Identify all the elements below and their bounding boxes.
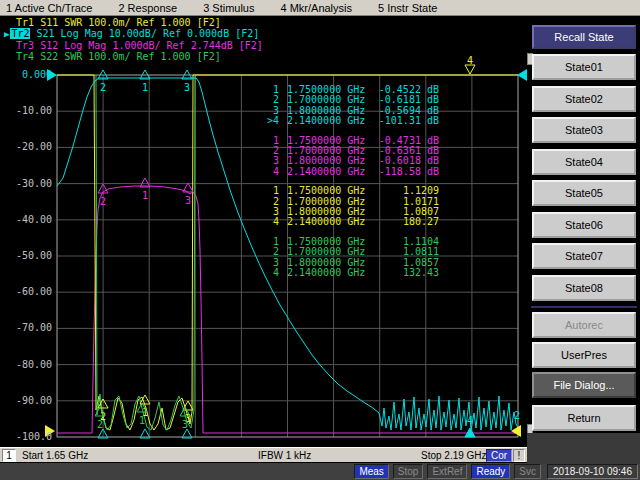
trace-id-label: Tr3 — [16, 40, 34, 51]
marker-number-label: 2 — [100, 411, 106, 422]
channel-number-badge: 1 — [2, 449, 16, 462]
marker-number-label: 1 — [142, 407, 148, 418]
state-button-7[interactable]: State07 — [532, 243, 636, 269]
extref-status-badge: ExtRef — [427, 464, 467, 479]
stop-frequency-label: Stop 2.19 GHz — [421, 450, 487, 461]
y-axis-tick-label: -80.00 — [0, 359, 52, 370]
sidebar-bottom-panel — [527, 433, 640, 464]
start-frequency-label: Start 1.65 GHz — [22, 450, 88, 461]
marker-triangle-icon — [465, 428, 475, 437]
menu-bar: 1 Active Ch/Trace2 Response3 Stimulus4 M… — [0, 0, 640, 16]
reference-level-arrow-icon — [511, 425, 521, 437]
channel-status-bar: 1 Start 1.65 GHz IFBW 1 kHz Stop 2.19 GH… — [0, 447, 527, 462]
marker-triangle-icon — [182, 70, 192, 79]
marker-triangle-icon — [180, 407, 190, 416]
softkey-separator — [531, 306, 637, 308]
trace-id-label: Tr4 — [16, 51, 34, 62]
menu-item-2[interactable]: 2 Response — [118, 2, 177, 14]
meas-status-badge: Meas — [354, 464, 388, 479]
vna-screen: 213213421321342 1 Active Ch/Trace2 Respo… — [0, 0, 640, 480]
marker-triangle-icon — [98, 70, 108, 79]
trace-id-label: Tr1 — [16, 17, 34, 28]
marker-triangle-icon — [98, 429, 108, 438]
instrument-status-bar: Meas Stop ExtRef Ready Svc 2018-09-10 09… — [0, 463, 640, 480]
state-button-3[interactable]: State03 — [532, 117, 636, 143]
trace-title-tr3[interactable]: Tr3 S12 Log Mag 1.000dB/ Ref 2.744dB [F2… — [4, 40, 263, 51]
stop-status-badge: Stop — [393, 464, 424, 479]
y-axis-tick-label: -100.0 — [0, 431, 52, 442]
menu-item-3[interactable]: 3 Stimulus — [203, 2, 254, 14]
marker-number-label: 1 — [139, 415, 145, 426]
marker-table-tr2: 11.7500000 GHz-0.4522 dB 21.7000000 GHz-… — [263, 85, 439, 127]
svc-status-badge: Svc — [514, 464, 541, 479]
y-axis-tick-label: -60.00 — [0, 286, 52, 297]
return-button[interactable]: Return — [532, 405, 636, 431]
marker-table-tr3: 11.7500000 GHz-0.4731 dB 21.7000000 GHz-… — [263, 136, 439, 178]
marker-triangle-icon — [95, 407, 105, 416]
state-button-4[interactable]: State04 — [532, 149, 636, 175]
trace-settings-label: S12 Log Mag 1.000dB/ Ref 2.744dB [F2] — [34, 40, 263, 51]
warning-badge: ! — [513, 449, 525, 462]
state-button-2[interactable]: State02 — [532, 86, 636, 112]
trace-title-tr4[interactable]: Tr4 S22 SWR 100.0m/ Ref 1.000 [F2] — [4, 51, 263, 62]
trace-title-tr2[interactable]: ▶Tr2 S21 Log Mag 10.00dB/ Ref 0.000dB [F… — [4, 28, 263, 40]
y-axis-tick-label: -90.00 — [0, 395, 52, 406]
marker-triangle-icon — [137, 403, 147, 412]
y-axis-tick-label: -30.00 — [0, 178, 52, 189]
y-axis-tick-label: -10.00 — [0, 105, 52, 116]
softkey-menu-title: Recall State — [532, 25, 636, 49]
marker-number-label: 3 — [185, 413, 191, 424]
marker-triangle-icon — [140, 178, 150, 187]
trace-title-block: Tr1 S11 SWR 100.0m/ Ref 1.000 [F2]▶Tr2 S… — [4, 17, 263, 62]
y-axis-tick-label: -20.00 — [0, 141, 52, 152]
trace-settings-label: S21 Log Mag 10.00dB/ Ref 0.000dB [F2] — [30, 28, 259, 39]
marker-table-tr4: 11.7500000 GHz1.1104 21.7000000 GHz1.081… — [263, 237, 439, 279]
marker-triangle-icon — [140, 70, 150, 79]
userpres-button[interactable]: UserPres — [532, 342, 636, 368]
marker-triangle-icon — [465, 65, 475, 74]
marker-triangle-icon — [98, 399, 108, 408]
marker-row: 42.1400000 GHz132.43 — [263, 268, 439, 278]
softkey-sidebar: Recall State State01State02State03State0… — [527, 16, 640, 447]
y-axis-tick-label: -50.00 — [0, 250, 52, 261]
marker-number-label: 3 — [185, 195, 191, 206]
state-button-1[interactable]: State01 — [532, 54, 636, 80]
marker-triangle-icon — [98, 184, 108, 193]
menu-item-1[interactable]: 1 Active Ch/Trace — [6, 2, 92, 14]
file-dialog-button[interactable]: File Dialog... — [532, 372, 636, 398]
trace-settings-label: S22 SWR 100.0m/ Ref 1.000 [F2] — [34, 51, 221, 62]
trace-title-tr1[interactable]: Tr1 S11 SWR 100.0m/ Ref 1.000 [F2] — [4, 17, 263, 28]
menu-item-4[interactable]: 4 Mkr/Analysis — [280, 2, 352, 14]
marker-number-label: 1 — [142, 190, 148, 201]
marker-number-label: 2 — [100, 82, 106, 93]
marker-triangle-icon — [140, 429, 150, 438]
correction-badge: Cor — [486, 449, 512, 462]
marker-row: 42.1400000 GHz-118.58 dB — [263, 167, 439, 177]
y-axis-tick-label: -70.00 — [0, 322, 52, 333]
marker-triangle-icon — [183, 401, 193, 410]
marker-number-label: 3 — [184, 82, 190, 93]
ifbw-label: IFBW 1 kHz — [258, 450, 311, 461]
state-button-5[interactable]: State05 — [532, 180, 636, 206]
trace-curve-tr4-s22 — [96, 75, 195, 430]
menu-item-5[interactable]: 5 Instr State — [378, 2, 437, 14]
trace-settings-label: S11 SWR 100.0m/ Ref 1.000 [F2] — [34, 17, 221, 28]
marker-number-label: 4 — [467, 55, 473, 66]
autorec-button: Autorec — [532, 312, 636, 338]
marker-triangle-icon — [183, 183, 193, 192]
trace-id-label: Tr2 — [10, 28, 30, 39]
marker-row: 42.1400000 GHz180.27 — [263, 217, 439, 227]
state-button-6[interactable]: State06 — [532, 212, 636, 238]
ready-status-badge: Ready — [471, 464, 510, 479]
y-axis-tick-label: 0.000 — [0, 69, 52, 80]
marker-readout: 11.7500000 GHz-0.4522 dB 21.7000000 GHz-… — [263, 85, 439, 288]
marker-number-label: 2 — [97, 419, 103, 430]
marker-number-label: 1 — [142, 82, 148, 93]
marker-number-label: 3 — [182, 419, 188, 430]
marker-triangle-icon — [182, 429, 192, 438]
state-button-8[interactable]: State08 — [532, 275, 636, 301]
edge-label: 2 — [514, 410, 520, 421]
marker-triangle-icon — [140, 395, 150, 404]
marker-row: >42.1400000 GHz-101.31 dB — [263, 116, 439, 126]
marker-table-tr1: 11.7500000 GHz1.1209 21.7000000 GHz1.017… — [263, 186, 439, 228]
